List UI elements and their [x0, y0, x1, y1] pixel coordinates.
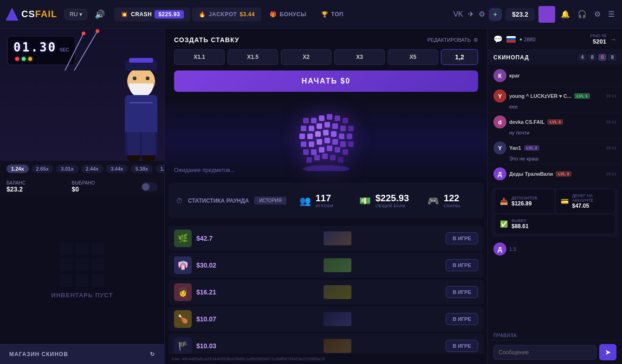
in-game-button-1[interactable]: В ИГРЕ	[446, 259, 478, 271]
edit-label: РЕДАКТИРОВАТЬ	[427, 37, 471, 43]
svg-rect-39	[322, 153, 328, 159]
multiplier-tag-5[interactable]: 5.38x	[131, 165, 153, 173]
user-card-stats: 📥 ДЕПОЗИТОВ $126.89 💳 ДЕНЕГ НА АККАУНТЕ …	[492, 188, 618, 237]
preset-x5[interactable]: X5	[388, 49, 438, 65]
nav-tabs: 💥 CRASH $225.93 🔥 JACKPOT $3.44 🎁 БОНУСЫ…	[114, 7, 350, 21]
tab-bonuses[interactable]: 🎁 БОНУСЫ	[263, 7, 313, 21]
player-amount-1: $30.02	[196, 262, 229, 269]
tab-crash[interactable]: 💥 CRASH $225.93	[114, 7, 190, 21]
multiplier-tag-1[interactable]: 2.65x	[32, 165, 54, 173]
skins-icon: 🎮	[428, 195, 439, 206]
multiplier-tag-2[interactable]: 3.01x	[56, 165, 78, 173]
multiplier-tag-0[interactable]: 1.24x	[6, 165, 29, 173]
preset-x3[interactable]: X3	[334, 49, 385, 65]
table-row: 👘 $30.02 В ИГРЕ	[168, 253, 484, 278]
jackpot-tab-price: $3.44	[240, 11, 255, 18]
user-avatar[interactable]	[538, 6, 555, 23]
svg-line-0	[65, 33, 84, 70]
language-selector[interactable]: RU ▾	[65, 9, 87, 20]
start-bet-button[interactable]: НАЧАТЬ $0	[174, 70, 478, 92]
players-value: 117	[316, 193, 334, 204]
online-count: ● 2880	[519, 37, 536, 42]
toggle-switch[interactable]	[141, 182, 158, 192]
preset-x2[interactable]: X2	[281, 49, 331, 65]
custom-multiplier-input[interactable]	[441, 49, 478, 65]
sound-toggle-button[interactable]: 🔊	[91, 7, 109, 21]
selected-label: ВЫБРАНО	[72, 180, 95, 185]
telegram-icon[interactable]: ✈	[468, 10, 474, 19]
msg-avatar-4: Д	[493, 167, 506, 180]
edit-button[interactable]: РЕДАКТИРОВАТЬ ⚙	[427, 37, 478, 43]
online-number: 2880	[524, 37, 535, 42]
chat-expand-button[interactable]: →	[610, 36, 616, 43]
crash-tab-price: $225.93	[155, 10, 184, 19]
svg-rect-32	[311, 149, 317, 155]
withdrawn-value: $88.61	[512, 223, 529, 230]
deposits-label: ДЕПОЗИТОВ	[512, 196, 538, 200]
shop-button[interactable]: МАГАЗИН СКИНОВ ↻	[0, 344, 164, 364]
skinpad-num-1: 8	[588, 54, 596, 61]
skinpad-num-3: 8	[608, 54, 616, 61]
inventory-area: ИНВЕНТАРЬ ПУСТ	[0, 197, 164, 344]
msg-time-1: 19:11	[606, 94, 616, 98]
multiplier-tag-3[interactable]: 2.44x	[81, 165, 104, 173]
deposit-icon: 📥	[500, 198, 508, 205]
svg-rect-14	[332, 123, 338, 129]
balance-bar: БАЛАНС $23.2 ВЫБРАНО $0	[0, 177, 164, 197]
in-game-button-3[interactable]: В ИГРЕ	[446, 313, 478, 325]
deposit-button[interactable]: +	[489, 8, 502, 21]
top-nav: CSFAIL RU ▾ 🔊 💥 CRASH $225.93 🔥 JACKPOT …	[0, 0, 622, 29]
multiplier-tag-6[interactable]: 1.38x	[156, 165, 164, 173]
money-label: ДЕНЕГ НА АККАУНТЕ	[572, 193, 610, 203]
svg-rect-35	[335, 147, 340, 153]
messages-area: К краг Y young ^ LUCKzVER ♥ C... LVL 1 1…	[488, 64, 622, 331]
svg-rect-38	[314, 155, 320, 160]
settings-button[interactable]: ⚙	[592, 8, 603, 20]
chat-input[interactable]	[493, 345, 596, 360]
tab-top[interactable]: 🏆 ТОП	[315, 7, 350, 21]
headset-icon-button[interactable]: 🎧	[576, 8, 589, 20]
right-panel: 💬 ● 2880 PING 59 5201 → СКИНОПАД 4 8 0	[487, 29, 622, 364]
table-row: 🍗 $10.07 В ИГРЕ	[168, 307, 484, 332]
selected-value: $0	[72, 185, 95, 193]
balance-value: $23.2	[6, 185, 26, 193]
crash-icon: 💥	[121, 11, 128, 18]
in-game-button-2[interactable]: В ИГРЕ	[446, 286, 478, 298]
ping-value: 5201	[590, 38, 606, 45]
tab-jackpot[interactable]: 🔥 JACKPOT $3.44	[192, 7, 261, 21]
preset-x15[interactable]: X1.5	[227, 49, 278, 65]
last-msg-number: 1.5	[509, 246, 516, 252]
msg-text-1: ееe	[509, 104, 616, 109]
preset-x11[interactable]: X1.1	[174, 49, 225, 65]
plus-icon: +	[493, 11, 497, 18]
russia-flag-icon	[506, 36, 516, 43]
players-icon: 👥	[299, 195, 311, 206]
menu-button[interactable]: ☰	[606, 8, 616, 20]
player-amount-2: $16.21	[196, 288, 229, 296]
vk-icon[interactable]: VK	[453, 10, 463, 19]
chevron-down-icon: ▾	[79, 11, 82, 18]
player-avatar-0: 🌿	[174, 230, 192, 247]
msg-lvl-1: LVL 1	[574, 93, 590, 99]
hash-text: Хэш: 49c4485abca293446953bc639d0c1e85006…	[171, 357, 324, 361]
svg-rect-30	[348, 141, 354, 147]
player-skin-4	[233, 337, 441, 354]
player-skin-2	[233, 283, 441, 301]
player-avatar-1: 👘	[174, 256, 192, 274]
trophy-icon: 🏆	[321, 11, 329, 18]
logo-fail: FAIL	[35, 9, 57, 19]
multiplier-tag-4[interactable]: 3.44x	[106, 165, 128, 173]
svg-rect-13	[324, 122, 330, 128]
in-game-button-4[interactable]: В ИГРЕ	[446, 340, 478, 352]
history-button[interactable]: ИСТОРИЯ	[254, 197, 286, 204]
in-game-button-0[interactable]: В ИГРЕ	[446, 232, 478, 244]
bank-icon: 💵	[359, 195, 371, 206]
notifications-button[interactable]: 🔔	[559, 8, 572, 20]
player-avatar-3: 🍗	[174, 310, 192, 328]
stat-players: 👥 117 ИГРОКИ	[292, 187, 348, 214]
discord-icon[interactable]: ⚙	[479, 10, 485, 19]
chat-send-button[interactable]: ➤	[599, 344, 616, 360]
user-stat-money: 💳 ДЕНЕГ НА АККАУНТЕ $47.05	[556, 190, 615, 213]
svg-rect-7	[327, 114, 332, 120]
svg-rect-9	[343, 118, 348, 123]
